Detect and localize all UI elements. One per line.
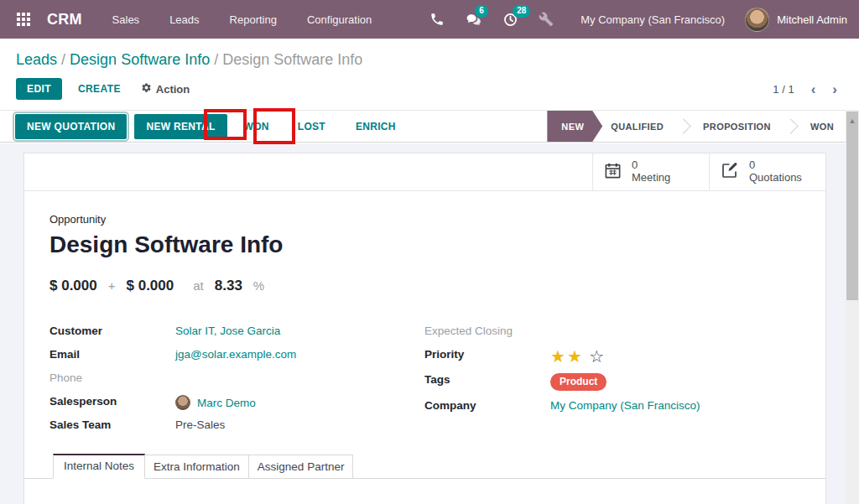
stage-chevron-icon	[783, 118, 798, 133]
salesperson-value[interactable]: Marc Demo	[197, 397, 256, 409]
breadcrumb-separator: /	[61, 51, 65, 68]
priority-label: Priority	[424, 348, 550, 361]
content-background: 0 Meeting 0 Quotations Opportunity Desig…	[0, 143, 846, 504]
expected-closing-label: Expected Closing	[424, 325, 550, 337]
menu-leads[interactable]: Leads	[169, 13, 199, 26]
menu-sales[interactable]: Sales	[112, 13, 140, 26]
phone-label: Phone	[49, 372, 175, 384]
enrich-button[interactable]: ENRICH	[351, 114, 401, 139]
quotations-smart-button[interactable]: 0 Quotations	[709, 153, 825, 190]
record-type-label: Opportunity	[49, 213, 800, 226]
scroll-up-icon[interactable]: ▲	[849, 117, 856, 300]
smart-button-row: 0 Meeting 0 Quotations	[24, 153, 825, 191]
plus-sign: +	[108, 278, 116, 293]
company-switcher[interactable]: My Company (San Francisco)	[580, 13, 725, 26]
phone-row: Phone	[49, 372, 424, 395]
new-quotation-button[interactable]: NEW QUOTATION	[15, 114, 127, 139]
edit-button[interactable]: EDIT	[16, 78, 62, 100]
user-menu[interactable]: Mitchell Admin	[745, 8, 847, 32]
company-label: Company	[424, 399, 550, 412]
debug-wrench-icon[interactable]	[539, 12, 554, 27]
email-row: Email jga@solar.example.com	[49, 348, 424, 372]
revenue-line: $ 0.000 + $ 0.000 at 8.33 %	[49, 278, 800, 294]
at-label: at	[193, 278, 204, 293]
recurring-revenue: $ 0.000	[127, 278, 174, 294]
company-value[interactable]: My Company (San Francisco)	[550, 399, 700, 412]
quotations-label: Quotations	[749, 172, 802, 184]
apps-menu-icon[interactable]	[17, 13, 30, 26]
scrollbar-thumb[interactable]: ▲	[846, 112, 858, 300]
won-button[interactable]: WON	[239, 114, 274, 139]
stage-proposition[interactable]: PROPOSITION	[698, 111, 776, 142]
control-panel: Leads / Design Software Info / Design So…	[0, 39, 859, 110]
customer-row: Customer Solar IT, Jose Garcia	[49, 325, 424, 348]
priority-row: Priority ★★ ☆	[424, 348, 800, 372]
vertical-scrollbar[interactable]: ▲	[846, 110, 859, 504]
lost-button[interactable]: LOST	[293, 114, 331, 139]
calendar-icon	[603, 161, 622, 184]
breadcrumb-record[interactable]: Design Software Info	[70, 51, 210, 68]
action-menu[interactable]: Action	[141, 82, 190, 96]
new-rental-button[interactable]: NEW RENTAL	[134, 114, 226, 139]
tag-product: Product	[550, 373, 607, 391]
breadcrumb-current: Design Software Info	[222, 51, 362, 68]
meeting-smart-button[interactable]: 0 Meeting	[592, 153, 709, 190]
stage-qualified[interactable]: QUALIFIED	[606, 111, 669, 142]
statusbar-strip: NEW QUOTATION NEW RENTAL WON LOST ENRICH…	[0, 110, 846, 143]
expected-revenue: $ 0.000	[49, 278, 97, 294]
star-empty-icon[interactable]: ☆	[589, 347, 606, 366]
percent-sign: %	[253, 278, 264, 293]
app-name[interactable]: CRM	[47, 11, 82, 29]
phone-icon[interactable]	[430, 12, 445, 27]
pager-count: 1 / 1	[773, 83, 794, 96]
tab-extra-information[interactable]: Extra Information	[145, 455, 249, 479]
activities-icon[interactable]: 28	[502, 12, 518, 28]
user-name: Mitchell Admin	[777, 13, 847, 26]
customer-label: Customer	[49, 325, 175, 337]
sales-team-row: Sales Team Pre-Sales	[49, 418, 424, 442]
tab-assigned-partner[interactable]: Assigned Partner	[249, 455, 354, 479]
top-navbar: CRM Sales Leads Reporting Configuration …	[0, 0, 859, 39]
action-label: Action	[156, 83, 190, 96]
salesperson-label: Salesperson	[49, 395, 175, 408]
probability-value: 8.33	[215, 278, 242, 294]
company-row: Company My Company (San Francisco)	[424, 399, 800, 423]
meeting-count: 0	[632, 159, 670, 172]
quotation-pencil-icon	[720, 160, 740, 184]
stage-statusbar: NEW QUALIFIED PROPOSITION WON	[547, 111, 846, 142]
create-button[interactable]: CREATE	[78, 83, 121, 95]
email-label: Email	[49, 348, 175, 361]
expected-closing-row: Expected Closing	[424, 325, 800, 348]
pager-prev-icon[interactable]: ‹	[811, 82, 816, 96]
gear-icon	[141, 82, 152, 96]
notebook: Internal Notes Extra Information Assigne…	[24, 454, 825, 479]
stage-new[interactable]: NEW	[547, 111, 602, 142]
breadcrumb: Leads / Design Software Info / Design So…	[0, 39, 859, 69]
salesperson-row: Salesperson Marc Demo	[49, 395, 424, 418]
email-value[interactable]: jga@solar.example.com	[175, 348, 296, 361]
customer-value[interactable]: Solar IT, Jose Garcia	[175, 325, 280, 337]
stage-won[interactable]: WON	[805, 111, 846, 142]
form-sheet: 0 Meeting 0 Quotations Opportunity Desig…	[23, 153, 826, 504]
sales-team-value: Pre-Sales	[175, 418, 225, 431]
tab-internal-notes[interactable]: Internal Notes	[53, 454, 145, 479]
salesperson-avatar	[175, 395, 190, 410]
pager-next-icon[interactable]: ›	[832, 82, 837, 96]
tags-label: Tags	[424, 373, 550, 386]
sales-team-label: Sales Team	[49, 418, 175, 431]
messages-badge: 6	[475, 5, 488, 18]
stage-chevron-icon	[675, 118, 690, 133]
priority-stars[interactable]: ★★ ☆	[550, 348, 606, 365]
meeting-label: Meeting	[632, 172, 670, 184]
breadcrumb-leads[interactable]: Leads	[16, 51, 57, 68]
user-avatar	[745, 8, 769, 32]
messages-icon[interactable]: 6	[465, 12, 482, 28]
activities-badge: 28	[513, 5, 530, 18]
page-title: Design Software Info	[49, 231, 800, 258]
tags-row: Tags Product	[424, 373, 800, 397]
breadcrumb-separator: /	[214, 51, 218, 68]
menu-reporting[interactable]: Reporting	[230, 13, 277, 26]
star-filled-icon[interactable]: ★★	[550, 347, 584, 366]
quotations-count: 0	[749, 159, 802, 172]
menu-configuration[interactable]: Configuration	[307, 13, 372, 26]
